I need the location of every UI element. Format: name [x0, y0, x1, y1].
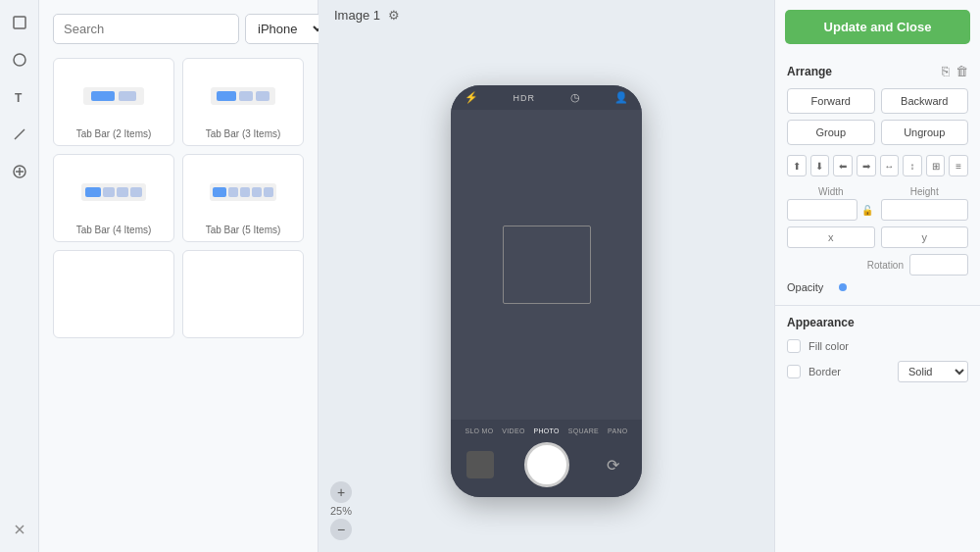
- align-h-center-icon[interactable]: ↔: [880, 155, 900, 176]
- component-label: Tab Bar (3 Items): [206, 128, 281, 139]
- border-label: Border: [808, 366, 890, 377]
- photo-frame: [503, 226, 591, 304]
- mode-photo: PHOTO: [534, 427, 560, 434]
- svg-line-3: [15, 129, 24, 139]
- list-item[interactable]: [53, 250, 174, 338]
- height-group: Height: [881, 186, 969, 221]
- ungroup-button[interactable]: Ungroup: [881, 120, 969, 145]
- arrange-section-header: Arrange ⎘ 🗑: [787, 64, 968, 78]
- xy-row: [787, 226, 968, 248]
- dimension-row: Width 🔓 Height: [787, 186, 968, 221]
- align-row: ⬆ ⬇ ⬅ ➡ ↔ ↕ ⊞ ≡: [787, 155, 968, 176]
- y-input[interactable]: [881, 226, 969, 248]
- y-group: [881, 226, 969, 248]
- iphone-status-bar: ⚡ HDR ◷ 👤: [451, 85, 642, 110]
- iphone-mockup: ⚡ HDR ◷ 👤 SLO MO VIDEO PHOTO SQUARE PANO: [451, 85, 642, 497]
- left-toolbar: T: [0, 0, 39, 552]
- iphone-camera-controls: SLO MO VIDEO PHOTO SQUARE PANO ⟳: [451, 420, 642, 497]
- zoom-out-button[interactable]: −: [330, 519, 352, 540]
- category-select[interactable]: iPhone Android Web: [245, 14, 326, 44]
- opacity-label: Opacity: [787, 281, 831, 293]
- trash-icon[interactable]: 🗑: [956, 64, 968, 78]
- mode-video: VIDEO: [502, 427, 524, 434]
- align-top-icon[interactable]: ⬆: [787, 155, 807, 176]
- fill-checkbox[interactable]: [787, 339, 801, 353]
- list-item[interactable]: Tab Bar (3 Items): [182, 58, 304, 146]
- rotation-input[interactable]: [909, 254, 968, 276]
- components-grid: Tab Bar (2 Items) Tab Bar (3 Items): [53, 58, 304, 338]
- update-close-button[interactable]: Update and Close: [785, 10, 970, 44]
- arrange-title: Arrange: [787, 65, 832, 78]
- tab-bar-5-preview: [191, 165, 295, 219]
- canvas-area: Image 1 ⚙ ⚡ HDR ◷ 👤 SLO MO VIDEO PHOTO: [318, 0, 774, 552]
- gear-icon[interactable]: ⚙: [388, 8, 400, 23]
- fill-label: Fill color: [808, 340, 849, 352]
- border-checkbox[interactable]: [787, 365, 801, 378]
- component-label: Tab Bar (2 Items): [76, 128, 152, 139]
- align-left-icon[interactable]: ⬅: [833, 155, 853, 176]
- svg-text:T: T: [15, 91, 23, 105]
- tab-bar-4-preview: [62, 165, 166, 219]
- camera-modes-row: SLO MO VIDEO PHOTO SQUARE PANO: [461, 427, 632, 434]
- svg-point-1: [14, 54, 25, 66]
- layers-icon[interactable]: [7, 10, 32, 35]
- width-input[interactable]: [787, 199, 858, 221]
- timer-icon: ◷: [570, 91, 580, 104]
- component-icon[interactable]: [7, 159, 32, 184]
- flash-icon: ⚡: [465, 91, 478, 104]
- fill-row: Fill color: [787, 339, 968, 353]
- mode-pano: PANO: [608, 427, 628, 434]
- align-bottom-icon[interactable]: ⬇: [810, 155, 830, 176]
- canvas-content[interactable]: ⚡ HDR ◷ 👤 SLO MO VIDEO PHOTO SQUARE PANO: [318, 30, 774, 552]
- copy-icon[interactable]: ⎘: [942, 64, 950, 78]
- border-row: Border Solid Dashed Dotted: [787, 361, 968, 382]
- appearance-title: Appearance: [787, 316, 968, 329]
- x-input[interactable]: [787, 226, 875, 248]
- tab-bar-3-preview: [191, 69, 295, 123]
- zoom-in-button[interactable]: +: [330, 481, 352, 503]
- close-icon[interactable]: [7, 517, 32, 542]
- camera-flip-icon[interactable]: ⟳: [599, 451, 626, 478]
- search-input[interactable]: [53, 14, 239, 44]
- list-item[interactable]: Tab Bar (2 Items): [53, 58, 174, 146]
- arrange-buttons: Forward Backward Group Ungroup: [787, 88, 968, 145]
- opacity-indicator: [839, 283, 847, 291]
- camera-controls-row: ⟳: [461, 442, 632, 487]
- rotation-row: Rotation: [787, 254, 968, 276]
- mode-square: SQUARE: [568, 427, 599, 434]
- border-style-select[interactable]: Solid Dashed Dotted: [898, 361, 968, 382]
- list-item[interactable]: Tab Bar (4 Items): [53, 154, 174, 242]
- svg-rect-0: [14, 17, 25, 28]
- right-panel: Update and Close Arrange ⎘ 🗑 Forward Bac…: [774, 0, 980, 552]
- circle-icon[interactable]: [7, 47, 32, 73]
- zoom-controls: + 25% −: [330, 481, 352, 540]
- camera-thumbnail: [466, 451, 494, 478]
- list-item[interactable]: [182, 250, 304, 338]
- text-icon[interactable]: T: [7, 84, 32, 110]
- rotation-label: Rotation: [787, 260, 904, 271]
- zoom-level-label: 25%: [330, 505, 352, 517]
- align-right-icon[interactable]: ➡: [857, 155, 876, 176]
- shutter-button[interactable]: [524, 442, 569, 487]
- opacity-row: Opacity: [787, 281, 968, 293]
- forward-button[interactable]: Forward: [787, 88, 875, 114]
- component-label: Tab Bar (4 Items): [76, 225, 152, 235]
- width-label: Width: [787, 186, 875, 197]
- height-label: Height: [881, 186, 969, 197]
- canvas-header: Image 1 ⚙: [318, 0, 774, 30]
- x-group: [787, 226, 875, 248]
- height-input[interactable]: [881, 199, 969, 221]
- list-item[interactable]: Tab Bar (5 Items): [182, 154, 304, 242]
- distribute-v-icon[interactable]: ≡: [949, 155, 968, 176]
- canvas-image-label: Image 1: [334, 8, 380, 23]
- backward-button[interactable]: Backward: [881, 88, 969, 114]
- arrange-section: Arrange ⎘ 🗑 Forward Backward Group Ungro…: [775, 54, 980, 306]
- distribute-h-icon[interactable]: ⊞: [926, 155, 946, 176]
- group-button[interactable]: Group: [787, 120, 875, 145]
- align-v-center-icon[interactable]: ↕: [903, 155, 922, 176]
- pen-icon[interactable]: [7, 122, 32, 147]
- appearance-section: Appearance Fill color Border Solid Dashe…: [775, 306, 980, 392]
- width-lock-icon[interactable]: 🔓: [859, 205, 875, 216]
- camera-flip-status-icon: 👤: [614, 91, 628, 104]
- tab-bar-2-preview: [62, 69, 166, 123]
